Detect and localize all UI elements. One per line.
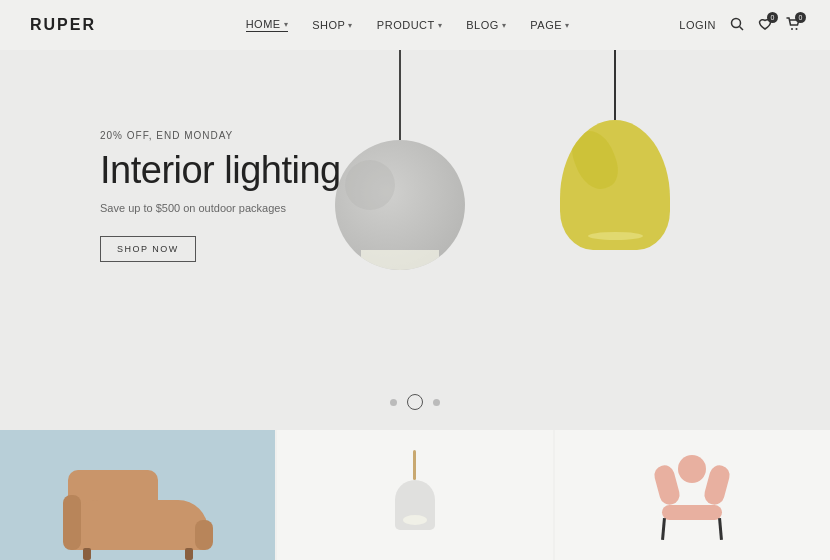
- dot-1[interactable]: [390, 399, 397, 406]
- chair-leg-right: [718, 518, 723, 540]
- cart-icon[interactable]: 0: [786, 17, 800, 34]
- chair-seat: [662, 505, 722, 520]
- spotlight-illustration: [380, 450, 450, 540]
- chevron-down-icon: ▾: [502, 21, 507, 30]
- chair-leg-left: [661, 518, 666, 540]
- sofa-arm-left: [63, 495, 81, 550]
- sofa-illustration: [58, 470, 218, 560]
- dot-2-active[interactable]: [407, 394, 423, 410]
- chair-back-right: [702, 463, 732, 507]
- dot-3[interactable]: [433, 399, 440, 406]
- nav-home[interactable]: HOME ▾: [246, 18, 289, 32]
- sofa-leg-left: [83, 548, 91, 560]
- chevron-down-icon: ▾: [284, 20, 289, 29]
- chevron-down-icon: ▾: [565, 21, 570, 30]
- hero-dots: [390, 394, 440, 410]
- yellow-lamp: [560, 50, 670, 250]
- nav-links: HOME ▾ SHOP ▾ PRODUCT ▾ BLOG ▾ PAGE ▾: [136, 18, 679, 32]
- chair-head: [678, 455, 706, 483]
- sofa-leg-right: [185, 548, 193, 560]
- nav-blog[interactable]: BLOG ▾: [466, 18, 506, 32]
- bottom-section: [0, 430, 830, 560]
- lamp-cord: [614, 50, 616, 120]
- spotlight-head: [395, 480, 435, 530]
- sofa-seat: [68, 500, 208, 550]
- wishlist-badge: 0: [767, 12, 778, 23]
- wishlist-icon[interactable]: 0: [758, 17, 772, 34]
- svg-point-2: [791, 28, 793, 30]
- nav-right: LOGIN 0 0: [679, 17, 800, 34]
- hero-text: 20% OFF, END MONDAY Interior lighting Sa…: [100, 130, 341, 262]
- shop-now-button[interactable]: SHOP NOW: [100, 236, 196, 262]
- hero-promo: 20% OFF, END MONDAY: [100, 130, 341, 141]
- chevron-down-icon: ▾: [348, 21, 353, 30]
- spotlight-cord: [413, 450, 416, 480]
- lamp-cord: [399, 50, 401, 140]
- svg-line-1: [740, 26, 744, 30]
- chevron-down-icon: ▾: [438, 21, 443, 30]
- card-spotlight[interactable]: [277, 430, 552, 560]
- cart-badge: 0: [795, 12, 806, 23]
- lamp-shade: [560, 120, 670, 250]
- nav-page[interactable]: PAGE ▾: [530, 18, 569, 32]
- card-sofa[interactable]: [0, 430, 275, 560]
- gray-lamp: [335, 50, 465, 270]
- nav-product[interactable]: PRODUCT ▾: [377, 18, 442, 32]
- nav-shop[interactable]: SHOP ▾: [312, 18, 353, 32]
- search-icon[interactable]: [730, 17, 744, 34]
- sofa-arm-right: [195, 520, 213, 550]
- brand-logo[interactable]: RUPER: [30, 16, 96, 34]
- svg-point-3: [796, 28, 798, 30]
- navbar: RUPER HOME ▾ SHOP ▾ PRODUCT ▾ BLOG ▾ PAG…: [0, 0, 830, 50]
- hero-section: 20% OFF, END MONDAY Interior lighting Sa…: [0, 50, 830, 430]
- hero-title: Interior lighting: [100, 149, 341, 192]
- login-button[interactable]: LOGIN: [679, 19, 716, 31]
- chair-illustration: [647, 450, 737, 540]
- lamp-shade: [335, 140, 465, 270]
- card-chair[interactable]: [555, 430, 830, 560]
- svg-point-0: [732, 18, 741, 27]
- hero-subtitle: Save up to $500 on outdoor packages: [100, 202, 341, 214]
